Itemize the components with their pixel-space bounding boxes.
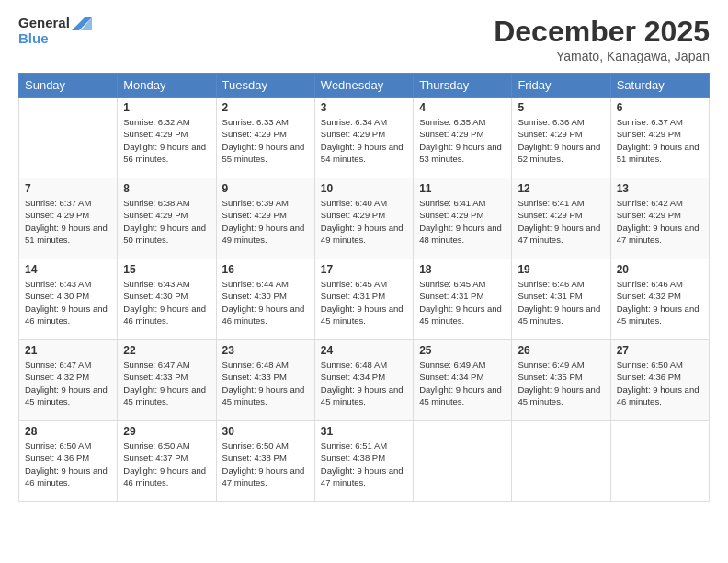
cell-info: Sunrise: 6:51 AMSunset: 4:38 PMDaylight:…	[321, 440, 407, 488]
day-number: 8	[123, 182, 210, 195]
calendar-cell: 30 Sunrise: 6:50 AMSunset: 4:38 PMDaylig…	[216, 421, 314, 502]
calendar-cell: 20 Sunrise: 6:46 AMSunset: 4:32 PMDaylig…	[610, 259, 709, 340]
day-number: 20	[617, 263, 703, 276]
calendar-cell: 6 Sunrise: 6:37 AMSunset: 4:29 PMDayligh…	[610, 98, 709, 178]
col-thursday: Thursday	[414, 74, 512, 98]
calendar-cell: 27 Sunrise: 6:50 AMSunset: 4:36 PMDaylig…	[610, 340, 709, 421]
calendar-cell: 28 Sunrise: 6:50 AMSunset: 4:36 PMDaylig…	[19, 421, 118, 502]
day-number: 31	[321, 425, 407, 438]
calendar-cell: 11 Sunrise: 6:41 AMSunset: 4:29 PMDaylig…	[414, 178, 512, 259]
cell-info: Sunrise: 6:50 AMSunset: 4:36 PMDaylight:…	[617, 359, 703, 408]
calendar-cell: 14 Sunrise: 6:43 AMSunset: 4:30 PMDaylig…	[19, 259, 118, 340]
cell-info: Sunrise: 6:48 AMSunset: 4:33 PMDaylight:…	[222, 359, 309, 408]
calendar-table: Sunday Monday Tuesday Wednesday Thursday…	[18, 73, 710, 502]
cell-info: Sunrise: 6:41 AMSunset: 4:29 PMDaylight:…	[419, 197, 506, 246]
day-number: 19	[518, 263, 604, 276]
calendar-cell: 3 Sunrise: 6:34 AMSunset: 4:29 PMDayligh…	[314, 98, 413, 178]
cell-info: Sunrise: 6:50 AMSunset: 4:38 PMDaylight:…	[222, 440, 309, 488]
cell-info: Sunrise: 6:45 AMSunset: 4:31 PMDaylight:…	[321, 278, 407, 327]
calendar-cell: 10 Sunrise: 6:40 AMSunset: 4:29 PMDaylig…	[314, 178, 413, 259]
day-number: 16	[222, 263, 309, 276]
week-row-4: 28 Sunrise: 6:50 AMSunset: 4:36 PMDaylig…	[19, 421, 710, 502]
logo: General Blue	[18, 15, 92, 47]
cell-info: Sunrise: 6:45 AMSunset: 4:31 PMDaylight:…	[419, 278, 506, 327]
cell-info: Sunrise: 6:44 AMSunset: 4:30 PMDaylight:…	[222, 278, 309, 327]
day-number: 2	[222, 101, 309, 114]
calendar-cell: 23 Sunrise: 6:48 AMSunset: 4:33 PMDaylig…	[216, 340, 314, 421]
day-number: 1	[123, 101, 210, 114]
calendar-cell: 26 Sunrise: 6:49 AMSunset: 4:35 PMDaylig…	[512, 340, 610, 421]
col-tuesday: Tuesday	[216, 74, 314, 98]
cell-info: Sunrise: 6:40 AMSunset: 4:29 PMDaylight:…	[321, 197, 407, 246]
cell-info: Sunrise: 6:49 AMSunset: 4:35 PMDaylight:…	[518, 359, 604, 408]
day-number: 29	[123, 425, 210, 438]
day-number: 3	[321, 101, 407, 114]
cell-info: Sunrise: 6:47 AMSunset: 4:33 PMDaylight:…	[123, 359, 210, 408]
calendar-cell: 16 Sunrise: 6:44 AMSunset: 4:30 PMDaylig…	[216, 259, 314, 340]
calendar-cell	[610, 421, 709, 502]
calendar-cell	[512, 421, 610, 502]
calendar-cell: 13 Sunrise: 6:42 AMSunset: 4:29 PMDaylig…	[610, 178, 709, 259]
col-saturday: Saturday	[610, 74, 709, 98]
calendar-cell: 22 Sunrise: 6:47 AMSunset: 4:33 PMDaylig…	[118, 340, 216, 421]
day-number: 12	[518, 182, 604, 195]
calendar-cell: 1 Sunrise: 6:32 AMSunset: 4:29 PMDayligh…	[118, 98, 216, 178]
calendar-page: General Blue December 2025 Yamato, Kanag…	[0, 0, 728, 563]
calendar-cell: 29 Sunrise: 6:50 AMSunset: 4:37 PMDaylig…	[118, 421, 216, 502]
header-row: Sunday Monday Tuesday Wednesday Thursday…	[19, 74, 710, 98]
day-number: 13	[617, 182, 703, 195]
col-friday: Friday	[512, 74, 610, 98]
cell-info: Sunrise: 6:35 AMSunset: 4:29 PMDaylight:…	[419, 116, 506, 165]
day-number: 25	[419, 344, 506, 357]
day-number: 30	[222, 425, 309, 438]
day-number: 10	[321, 182, 407, 195]
cell-info: Sunrise: 6:37 AMSunset: 4:29 PMDaylight:…	[617, 116, 703, 165]
calendar-cell: 7 Sunrise: 6:37 AMSunset: 4:29 PMDayligh…	[19, 178, 118, 259]
day-number: 21	[25, 344, 111, 357]
cell-info: Sunrise: 6:50 AMSunset: 4:37 PMDaylight:…	[123, 440, 210, 488]
week-row-3: 21 Sunrise: 6:47 AMSunset: 4:32 PMDaylig…	[19, 340, 710, 421]
week-row-1: 7 Sunrise: 6:37 AMSunset: 4:29 PMDayligh…	[19, 178, 710, 259]
week-row-2: 14 Sunrise: 6:43 AMSunset: 4:30 PMDaylig…	[19, 259, 710, 340]
cell-info: Sunrise: 6:39 AMSunset: 4:29 PMDaylight:…	[222, 197, 309, 246]
cell-info: Sunrise: 6:42 AMSunset: 4:29 PMDaylight:…	[617, 197, 703, 246]
calendar-cell: 17 Sunrise: 6:45 AMSunset: 4:31 PMDaylig…	[314, 259, 413, 340]
cell-info: Sunrise: 6:43 AMSunset: 4:30 PMDaylight:…	[25, 278, 111, 327]
day-number: 14	[25, 263, 111, 276]
month-title: December 2025	[494, 15, 710, 49]
header: General Blue December 2025 Yamato, Kanag…	[18, 15, 710, 63]
cell-info: Sunrise: 6:46 AMSunset: 4:31 PMDaylight:…	[518, 278, 604, 327]
calendar-cell: 2 Sunrise: 6:33 AMSunset: 4:29 PMDayligh…	[216, 98, 314, 178]
week-row-0: 1 Sunrise: 6:32 AMSunset: 4:29 PMDayligh…	[19, 98, 710, 178]
day-number: 9	[222, 182, 309, 195]
calendar-cell	[414, 421, 512, 502]
calendar-cell	[19, 98, 118, 178]
day-number: 5	[518, 101, 604, 114]
day-number: 11	[419, 182, 506, 195]
day-number: 7	[25, 182, 111, 195]
calendar-cell: 25 Sunrise: 6:49 AMSunset: 4:34 PMDaylig…	[414, 340, 512, 421]
col-monday: Monday	[118, 74, 216, 98]
day-number: 22	[123, 344, 210, 357]
day-number: 6	[617, 101, 703, 114]
calendar-cell: 8 Sunrise: 6:38 AMSunset: 4:29 PMDayligh…	[118, 178, 216, 259]
calendar-cell: 31 Sunrise: 6:51 AMSunset: 4:38 PMDaylig…	[314, 421, 413, 502]
day-number: 27	[617, 344, 703, 357]
cell-info: Sunrise: 6:32 AMSunset: 4:29 PMDaylight:…	[123, 116, 210, 165]
calendar-cell: 9 Sunrise: 6:39 AMSunset: 4:29 PMDayligh…	[216, 178, 314, 259]
col-sunday: Sunday	[19, 74, 118, 98]
col-wednesday: Wednesday	[314, 74, 413, 98]
cell-info: Sunrise: 6:47 AMSunset: 4:32 PMDaylight:…	[25, 359, 111, 408]
day-number: 4	[419, 101, 506, 114]
title-block: December 2025 Yamato, Kanagawa, Japan	[494, 15, 710, 63]
calendar-cell: 21 Sunrise: 6:47 AMSunset: 4:32 PMDaylig…	[19, 340, 118, 421]
day-number: 26	[518, 344, 604, 357]
calendar-cell: 18 Sunrise: 6:45 AMSunset: 4:31 PMDaylig…	[414, 259, 512, 340]
location-title: Yamato, Kanagawa, Japan	[494, 49, 710, 63]
day-number: 28	[25, 425, 111, 438]
calendar-cell: 15 Sunrise: 6:43 AMSunset: 4:30 PMDaylig…	[118, 259, 216, 340]
cell-info: Sunrise: 6:50 AMSunset: 4:36 PMDaylight:…	[25, 440, 111, 488]
calendar-cell: 12 Sunrise: 6:41 AMSunset: 4:29 PMDaylig…	[512, 178, 610, 259]
calendar-cell: 19 Sunrise: 6:46 AMSunset: 4:31 PMDaylig…	[512, 259, 610, 340]
cell-info: Sunrise: 6:43 AMSunset: 4:30 PMDaylight:…	[123, 278, 210, 327]
